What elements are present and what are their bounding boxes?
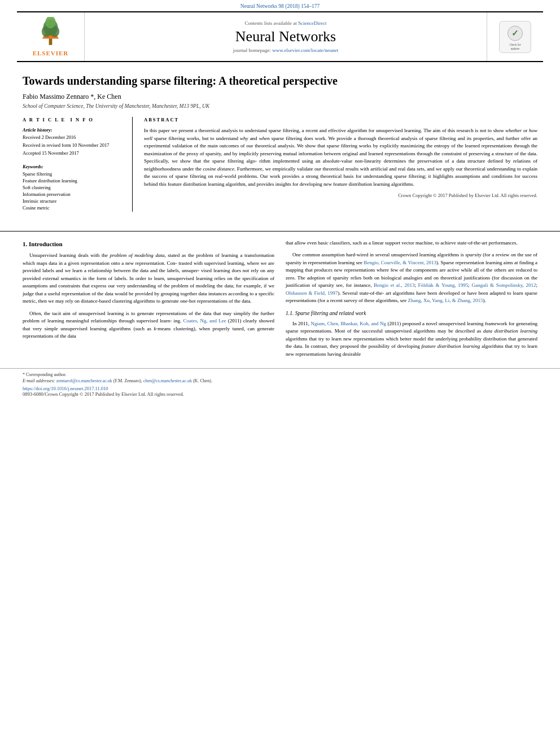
intro-para5: In 2011, Ngiam, Chen, Bhaskar, Koh, and … [286,320,537,359]
history-label: Article history: [23,127,124,133]
citation-bar: Neural Networks 98 (2018) 154–177 [0,0,560,11]
footnote-star: * Corresponding author. [23,372,537,377]
keyword-4: Intrinsic structure [23,198,124,204]
check-badge-area: ✓ Check for updates [487,12,543,61]
copyright: Crown Copyright © 2017 Published by Else… [144,193,537,198]
email2-link[interactable]: chen@cs.manchester.ac.uk [143,378,192,383]
abstract-heading: ABSTRACT [144,117,537,123]
article-title: Towards understanding sparse filtering: … [23,73,537,88]
intro-para3-cont: that allow even basic classifiers, such … [286,239,537,247]
journal-name: Neural Networks [235,28,336,45]
article-area: Towards understanding sparse filtering: … [0,62,560,223]
footer-area: * Corresponding author. E-mail addresses… [0,368,560,401]
authors-line: Fabio Massimo Zennaro *, Ke Chen [23,93,537,101]
keyword-5: Cosine metric [23,205,124,211]
body-col-left: 1. Introduction Unsupervised learning de… [23,239,274,363]
svg-text:✓: ✓ [511,28,519,37]
homepage-link[interactable]: www.elsevier.com/locate/neunet [272,47,338,53]
journal-title-area: Contents lists available at ScienceDirec… [85,12,487,61]
intro-heading: 1. Introduction [23,239,274,249]
keyword-1: Feature distribution learning [23,178,124,184]
body-col-right: that allow even basic classifiers, such … [286,239,537,363]
email1-link[interactable]: zennarof@cs.manchester.ac.uk [56,378,112,383]
doi-line[interactable]: https://doi.org/10.1016/j.neunet.2017.11… [23,386,537,391]
svg-rect-6 [49,39,53,45]
intro-para1: Unsupervised learning deals with the pro… [23,252,274,305]
article-info-column: A R T I C L E I N F O Article history: R… [23,117,133,212]
article-info-abstract: A R T I C L E I N F O Article history: R… [23,117,537,212]
keyword-0: Sparse filtering [23,171,124,177]
journal-header: ELSEVIER Contents lists available at Sci… [17,11,543,62]
elsevier-wordmark: ELSEVIER [33,50,69,56]
intro-para2: Often, the tacit aim of unsupervised lea… [23,310,274,340]
issn-line: 0893-6080/Crown Copyright © 2017 Publish… [23,391,537,397]
received1: Received 2 December 2016 [23,134,124,141]
sciencedirect-line: Contents lists available at ScienceDirec… [245,20,327,26]
abstract-text: In this paper we present a theoretical a… [144,127,537,188]
svg-text:Check for: Check for [509,43,521,46]
subsection-heading: 1.1. Sparse filtering and related work [286,309,537,317]
keyword-2: Soft clustering [23,185,124,190]
intro-para4: One common assumption hard-wired in seve… [286,251,537,305]
keyword-3: Information preservation [23,191,124,197]
received2: Received in revised form 10 November 201… [23,142,124,149]
keywords-section: Keywords: Sparse filtering Feature distr… [23,164,124,211]
citation-text: Neural Networks 98 (2018) 154–177 [240,3,320,9]
section-divider [0,231,560,231]
keywords-label: Keywords: [23,164,124,169]
check-updates-badge: ✓ Check for updates [497,19,533,55]
svg-text:updates: updates [511,46,520,50]
sciencedirect-link[interactable]: ScienceDirect [298,20,326,26]
article-info-heading: A R T I C L E I N F O [23,117,124,123]
elsevier-tree-icon [35,17,66,48]
body-content: 1. Introduction Unsupervised learning de… [0,239,560,363]
homepage-line: journal homepage: www.elsevier.com/locat… [233,47,338,53]
accepted: Accepted 15 November 2017 [23,150,124,157]
affiliation: School of Computer Science, The Universi… [23,103,537,109]
abstract-column: ABSTRACT In this paper we present a theo… [144,117,537,212]
footnote-email: E-mail addresses: zennarof@cs.manchester… [23,378,537,383]
elsevier-logo-area: ELSEVIER [17,12,85,61]
